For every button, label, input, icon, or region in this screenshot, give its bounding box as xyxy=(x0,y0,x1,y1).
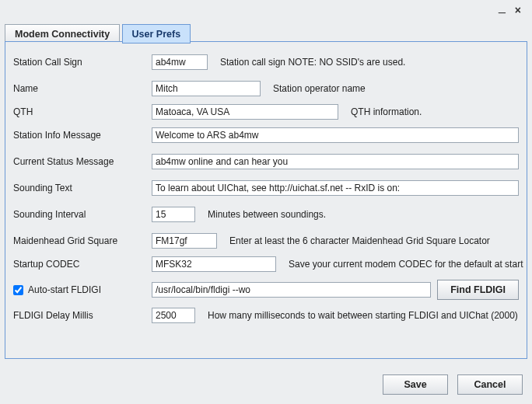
input-name[interactable] xyxy=(152,81,261,96)
input-sounding-text[interactable] xyxy=(152,180,519,196)
hint-sounding-interval: Minutes between soundings. xyxy=(208,209,326,220)
label-autostart-fldigi: Auto-start FLDIGI xyxy=(28,284,101,295)
user-prefs-panel: Station Call Sign Station call sign NOTE… xyxy=(5,41,527,359)
close-icon[interactable]: × xyxy=(515,4,521,16)
input-grid-square[interactable] xyxy=(152,233,217,249)
checkbox-autostart-fldigi[interactable] xyxy=(13,285,23,295)
hint-name: Station operator name xyxy=(273,83,366,94)
hint-qth: QTH information. xyxy=(351,106,422,117)
label-callsign: Station Call Sign xyxy=(13,57,145,68)
input-startup-codec[interactable] xyxy=(152,256,276,272)
input-callsign[interactable] xyxy=(152,54,208,70)
label-sounding-text: Sounding Text xyxy=(13,183,145,193)
input-sounding-interval[interactable] xyxy=(152,207,195,222)
input-status-msg[interactable] xyxy=(152,154,519,169)
hint-grid-square: Enter at least the 6 character Maidenhea… xyxy=(229,235,490,246)
tab-user-prefs[interactable]: User Prefs xyxy=(122,24,191,44)
save-button[interactable]: Save xyxy=(383,374,448,395)
find-fldigi-button[interactable]: Find FLDIGI xyxy=(437,280,519,300)
input-fldigi-path[interactable] xyxy=(152,282,431,298)
label-fldigi-delay: FLDIGI Delay Millis xyxy=(13,310,145,321)
cancel-button[interactable]: Cancel xyxy=(457,374,523,395)
label-name: Name xyxy=(13,83,145,94)
hint-startup-codec: Save your current modem CODEC for the de… xyxy=(289,259,523,270)
label-sounding-interval: Sounding Interval xyxy=(13,209,145,220)
input-station-info[interactable] xyxy=(152,127,519,143)
hint-callsign: Station call sign NOTE: NO SSID's are us… xyxy=(220,57,405,68)
label-status-msg: Current Status Message xyxy=(13,156,145,167)
input-fldigi-delay[interactable] xyxy=(152,308,195,323)
input-qth[interactable] xyxy=(152,104,338,120)
minimize-icon[interactable]: _ xyxy=(499,4,506,10)
label-station-info: Station Info Message xyxy=(13,130,145,141)
label-startup-codec: Startup CODEC xyxy=(13,259,145,270)
label-qth: QTH xyxy=(13,106,145,117)
label-grid-square: Maidenhead Grid Square xyxy=(13,235,145,246)
hint-fldigi-delay: How many milliseconds to wait between st… xyxy=(208,310,518,321)
